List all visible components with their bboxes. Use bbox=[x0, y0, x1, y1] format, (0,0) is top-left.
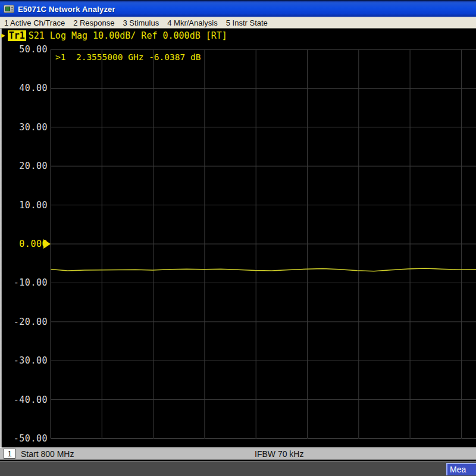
y-axis-label: 20.00 bbox=[0, 161, 48, 171]
channel-status-bar: 1 Start 800 MHz IFBW 70 kHz bbox=[0, 447, 476, 460]
trace1-chip[interactable]: Tr1 bbox=[8, 30, 26, 41]
title-bar[interactable]: E5071C Network Analyzer bbox=[0, 0, 476, 17]
menu-stimulus[interactable]: 3 Stimulus bbox=[123, 18, 159, 27]
active-trace-arrow-icon: ▶ bbox=[1, 30, 5, 41]
y-axis-label: 10.00 bbox=[0, 201, 48, 211]
menu-bar: 1 Active Ch/Trace 2 Response 3 Stimulus … bbox=[0, 17, 476, 29]
instrument-display: ▶ Tr1 S21 Log Mag 10.00dB/ Ref 0.000dB [… bbox=[0, 29, 476, 447]
y-axis-label: -20.00 bbox=[0, 317, 48, 327]
y-axis-label: 0.000 bbox=[0, 239, 48, 249]
app-icon-screen bbox=[5, 7, 10, 11]
y-axis-label: -10.00 bbox=[0, 278, 48, 288]
y-axis-label: -40.00 bbox=[0, 395, 48, 405]
menu-mkr-analysis[interactable]: 4 Mkr/Analysis bbox=[167, 18, 218, 27]
start-frequency-label[interactable]: Start 800 MHz bbox=[21, 449, 74, 459]
y-axis-label: -50.00 bbox=[0, 434, 48, 444]
ifbw-label[interactable]: IFBW 70 kHz bbox=[255, 449, 303, 459]
trace-status-bar: ▶ Tr1 S21 Log Mag 10.00dB/ Ref 0.000dB [… bbox=[1, 30, 227, 41]
reference-level-arrow[interactable] bbox=[43, 239, 51, 249]
meas-softkey-button[interactable]: Mea bbox=[446, 463, 476, 475]
app-icon[interactable] bbox=[4, 5, 14, 13]
y-axis-label: -30.00 bbox=[0, 356, 48, 366]
menu-instr-state[interactable]: 5 Instr State bbox=[226, 18, 268, 27]
channel-number-box: 1 bbox=[4, 449, 15, 459]
y-axis-label: 50.00 bbox=[0, 45, 48, 55]
bottom-task-bar: Mea bbox=[0, 461, 476, 476]
window-title: E5071C Network Analyzer bbox=[18, 5, 115, 14]
menu-active-ch-trace[interactable]: 1 Active Ch/Trace bbox=[4, 18, 65, 27]
y-axis-label: 40.00 bbox=[0, 83, 48, 93]
graticule-plot[interactable] bbox=[51, 49, 476, 439]
analyzer-window: E5071C Network Analyzer 1 Active Ch/Trac… bbox=[0, 0, 476, 476]
trace1-line bbox=[51, 268, 476, 271]
marker1-readout: >1 2.3555000 GHz -6.0387 dB bbox=[55, 52, 201, 62]
trace1-format-readout: S21 Log Mag 10.00dB/ Ref 0.000dB [RT] bbox=[29, 30, 227, 41]
y-axis-label: 30.00 bbox=[0, 123, 48, 133]
app-icon-buttons bbox=[11, 7, 13, 11]
menu-response[interactable]: 2 Response bbox=[73, 18, 114, 27]
